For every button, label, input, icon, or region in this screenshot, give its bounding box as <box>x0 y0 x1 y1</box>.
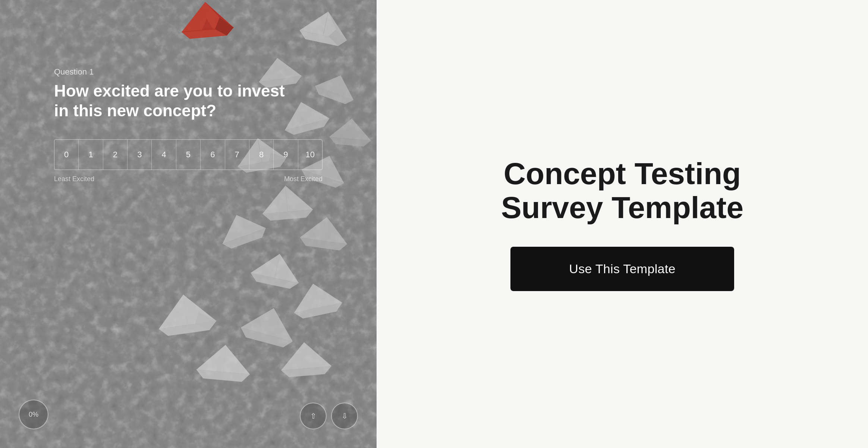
rating-option-3[interactable]: 3 <box>128 140 152 170</box>
progress-text: 0% <box>29 411 38 419</box>
question-text: How excited are you to invest in this ne… <box>54 81 296 121</box>
label-max: Most Excited <box>284 175 323 183</box>
rating-scale: 012345678910 Least Excited Most Excited <box>54 139 323 183</box>
use-template-button[interactable]: Use This Template <box>510 247 734 291</box>
template-info-panel: Concept Testing Survey Template Use This… <box>377 0 868 448</box>
label-min: Least Excited <box>54 175 94 183</box>
rating-option-10[interactable]: 10 <box>298 140 322 170</box>
rating-option-5[interactable]: 5 <box>176 140 201 170</box>
template-title: Concept Testing Survey Template <box>501 157 743 224</box>
rating-option-9[interactable]: 9 <box>274 140 298 170</box>
navigation-arrows: ⇧ ⇩ <box>300 403 358 429</box>
rating-option-2[interactable]: 2 <box>103 140 128 170</box>
nav-down-button[interactable]: ⇩ <box>331 403 358 429</box>
title-line-1: Concept Testing <box>504 157 741 190</box>
rating-option-6[interactable]: 6 <box>201 140 225 170</box>
rating-option-4[interactable]: 4 <box>152 140 176 170</box>
rating-option-0[interactable]: 0 <box>54 140 79 170</box>
title-line-2: Survey Template <box>501 190 743 224</box>
rating-option-8[interactable]: 8 <box>249 140 274 170</box>
progress-indicator: 0% <box>19 400 48 429</box>
chevron-down-icon: ⇩ <box>342 411 348 420</box>
nav-up-button[interactable]: ⇧ <box>300 403 327 429</box>
rating-boxes: 012345678910 <box>54 139 323 170</box>
rating-labels: Least Excited Most Excited <box>54 175 323 183</box>
survey-content: Question 1 How excited are you to invest… <box>54 67 354 183</box>
survey-preview-panel: Question 1 How excited are you to invest… <box>0 0 377 448</box>
rating-option-1[interactable]: 1 <box>79 140 103 170</box>
chevron-up-icon: ⇧ <box>310 411 317 420</box>
rating-option-7[interactable]: 7 <box>225 140 249 170</box>
question-label: Question 1 <box>54 67 354 77</box>
